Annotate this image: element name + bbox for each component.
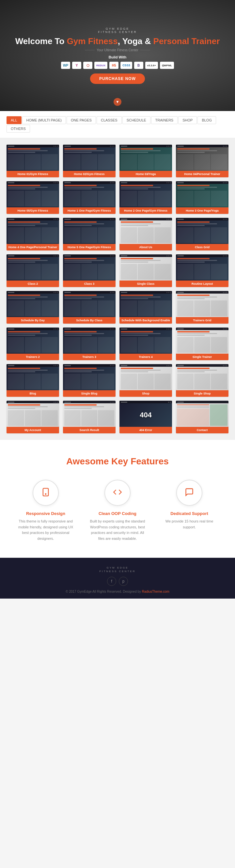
demo-item[interactable]: About Us <box>120 218 172 250</box>
demo-item[interactable]: Home 4 One Page/Personal Trainer <box>6 218 59 250</box>
demo-label: Class Grid <box>176 244 229 250</box>
demo-item[interactable]: Routine Layout <box>176 254 229 287</box>
demo-thumbnail <box>120 181 172 207</box>
feature-description: Built by experts using the standard Word… <box>88 519 147 541</box>
demo-label: Single Trainer <box>176 354 229 360</box>
badge-wp: WP <box>61 62 70 69</box>
demo-item[interactable]: 404 404 Error <box>120 401 172 433</box>
demo-thumbnail <box>120 364 172 390</box>
demo-item[interactable]: Single Class <box>120 254 172 287</box>
filter-tab-classes[interactable]: CLASSES <box>97 116 122 124</box>
demo-item[interactable]: Trainers 2 <box>6 328 59 360</box>
demo-item[interactable]: Home 02/Gym Fitness <box>63 145 115 177</box>
feature-name: Clean OOP Coding <box>88 511 147 516</box>
filter-tab-others[interactable]: OTHERS <box>6 125 30 132</box>
demo-label: Contact <box>176 427 229 433</box>
feature-item: Dedicated Support We provide 15 hours re… <box>160 480 219 541</box>
svg-point-1 <box>45 494 46 494</box>
demo-item[interactable]: My Account <box>6 401 59 433</box>
technology-badges: WP Y ⬡ REDUX H5 CSS3 B v3.3.6+ ◎WPML <box>15 62 220 69</box>
demo-item[interactable]: Home 5 One Page/Gym Fitness <box>63 218 115 250</box>
filter-tab-one-pages[interactable]: ONE PAGES <box>67 116 96 124</box>
demo-item[interactable]: Class 2 <box>6 254 59 287</box>
demo-item[interactable]: Home 03/Yoga <box>120 145 172 177</box>
demo-item[interactable]: Home 3 One Page/Yoga <box>176 181 229 214</box>
logo-text: GYM EDGE <box>15 27 220 30</box>
feature-description: We provide 15 hours real time support. <box>160 519 219 530</box>
demo-item[interactable]: Home 04/Personal Trainer <box>176 145 229 177</box>
demo-item[interactable]: Contact <box>176 401 229 433</box>
demo-item[interactable]: Schedule By Day <box>6 291 59 323</box>
demo-label: My Account <box>6 427 59 433</box>
demo-item[interactable]: Single Blog <box>63 364 115 397</box>
demo-item[interactable]: Trainers 3 <box>63 328 115 360</box>
badge-wpml: ◎WPML <box>160 62 174 69</box>
feature-icon <box>113 488 122 498</box>
demo-item[interactable]: Schedule By Class <box>63 291 115 323</box>
demo-thumbnail <box>120 254 172 280</box>
filter-tab-blog[interactable]: BLOG <box>198 116 216 124</box>
demo-thumbnail <box>120 145 172 171</box>
demo-item[interactable]: Trainers 4 <box>120 328 172 360</box>
footer-logo-sub: FITNESS CENTER <box>6 570 229 573</box>
demo-item[interactable]: Single Trainer <box>176 328 229 360</box>
title-comma: , <box>118 36 123 46</box>
demo-label: Class 2 <box>6 280 59 287</box>
demo-label: Home 03/Yoga <box>120 171 172 177</box>
filter-tab-home--multi-page-[interactable]: HOME (MULTI PAGE) <box>22 116 66 124</box>
demo-thumbnail <box>63 328 115 354</box>
demo-label: Home 01/Gym Fitness <box>6 171 59 177</box>
feature-icon <box>41 488 50 498</box>
demo-item[interactable]: Home 05/Gym Fitness <box>6 181 59 214</box>
demo-item[interactable]: Search Result <box>63 401 115 433</box>
demo-label: Search Result <box>63 427 115 433</box>
demo-item[interactable]: Home 2 One Page/Gym Fitness <box>120 181 172 214</box>
demo-thumbnail <box>63 145 115 171</box>
demo-item[interactable]: Class 3 <box>63 254 115 287</box>
filter-tab-all[interactable]: ALL <box>6 116 22 124</box>
demo-grid: Home 01/Gym Fitness Home <box>6 145 229 433</box>
demo-item[interactable]: Schedule With Background Enable <box>120 291 172 323</box>
demo-label: Schedule With Background Enable <box>120 317 172 323</box>
filter-tab-shop[interactable]: SHOP <box>178 116 197 124</box>
demo-label: Single Blog <box>63 390 115 397</box>
demo-item[interactable]: Blog <box>6 364 59 397</box>
badge-version: v3.3.6+ <box>145 62 158 69</box>
demo-label: Single Shop <box>176 390 229 397</box>
demo-thumbnail <box>120 291 172 317</box>
demo-label: Schedule By Day <box>6 317 59 323</box>
demo-label: Blog <box>6 390 59 397</box>
demo-thumbnail <box>63 254 115 280</box>
title-gym-fitness: Gym Fitness <box>67 36 118 46</box>
demo-item[interactable]: Single Shop <box>176 364 229 397</box>
badge-redux: REDUX <box>94 62 107 69</box>
demo-item[interactable]: Class Grid <box>176 218 229 250</box>
feature-icon-circle <box>104 480 131 506</box>
footer-socials: fp <box>6 577 229 586</box>
hero-subtitle: Your Ultimate Fitness Center <box>97 48 138 52</box>
feature-name: Dedicated Support <box>160 511 219 516</box>
title-prefix: Welcome To <box>15 36 67 46</box>
demo-label: Home 1 One Page/Gym Fitness <box>63 207 115 214</box>
demo-thumbnail <box>63 401 115 427</box>
footer-author-link[interactable]: RadiusTheme.com <box>142 590 169 593</box>
demo-label: Routine Layout <box>176 280 229 287</box>
demo-item[interactable]: Home 01/Gym Fitness <box>6 145 59 177</box>
demo-thumbnail <box>176 328 229 354</box>
demo-label: Shop <box>120 390 172 397</box>
demo-thumbnail <box>6 145 59 171</box>
badge-html5: H5 <box>109 62 119 69</box>
demo-item[interactable]: Trainers Grid <box>176 291 229 323</box>
demo-thumbnail <box>176 291 229 317</box>
social-icon-facebook[interactable]: f <box>107 577 116 586</box>
demo-item[interactable]: Home 1 One Page/Gym Fitness <box>63 181 115 214</box>
filter-tab-schedule[interactable]: SCHEDULE <box>123 116 150 124</box>
filter-tab-trainers[interactable]: TRAINERS <box>151 116 178 124</box>
demo-item[interactable]: Shop <box>120 364 172 397</box>
demo-thumbnail <box>176 145 229 171</box>
demo-grid-section: Home 01/Gym Fitness Home <box>0 138 235 440</box>
social-icon-pinterest[interactable]: p <box>119 577 128 586</box>
purchase-button[interactable]: PURCHASE NOW <box>90 73 145 84</box>
demo-thumbnail <box>63 218 115 244</box>
title-trainer: Personal Trainer <box>154 36 220 46</box>
